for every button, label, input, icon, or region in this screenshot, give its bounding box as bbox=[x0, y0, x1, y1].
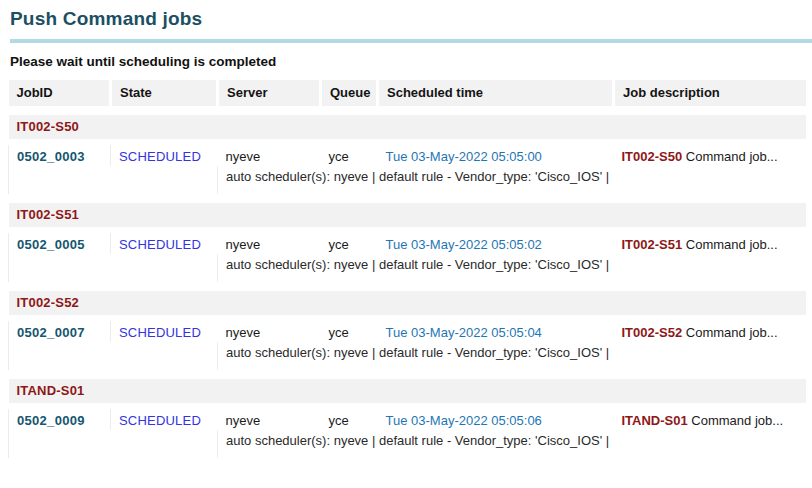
scheduled-time-link[interactable]: Tue 03-May-2022 05:05:04 bbox=[386, 325, 542, 340]
state-link[interactable]: SCHEDULED bbox=[119, 149, 201, 164]
group-name: IT002-S52 bbox=[9, 287, 806, 319]
server-cell: nyeve bbox=[218, 318, 321, 342]
scheduled-time-cell: Tue 03-May-2022 05:05:00 bbox=[378, 142, 614, 166]
jobid-cell: 0502_0009 bbox=[9, 406, 111, 430]
state-cell: SCHEDULED bbox=[111, 230, 218, 254]
jobid-cell: 0502_0007 bbox=[9, 318, 111, 342]
job-description-cell: IT002-S51 Command job... bbox=[614, 230, 806, 254]
scheduler-detail-text: auto scheduler(s): nyeve | default rule … bbox=[226, 257, 609, 272]
state-cell: SCHEDULED bbox=[111, 318, 218, 342]
jobid-link[interactable]: 0502_0005 bbox=[17, 237, 85, 252]
state-link[interactable]: SCHEDULED bbox=[119, 237, 201, 252]
detail-spacer-cell bbox=[9, 342, 218, 375]
scheduler-detail-cell: auto scheduler(s): nyeve | default rule … bbox=[218, 254, 806, 287]
job-description-cell: ITAND-S01 Command job... bbox=[614, 406, 806, 430]
jobs-table: JobIDStateServerQueueScheduled timeJob d… bbox=[8, 80, 806, 458]
detail-spacer-cell bbox=[9, 254, 218, 287]
state-cell: SCHEDULED bbox=[111, 406, 218, 430]
queue-cell: yce bbox=[321, 230, 378, 254]
column-header-scheduled-time: Scheduled time bbox=[378, 80, 614, 111]
job-detail-row: auto scheduler(s): nyeve | default rule … bbox=[9, 166, 806, 199]
detail-spacer-cell bbox=[9, 430, 218, 458]
server-cell: nyeve bbox=[218, 142, 321, 166]
job-description-cell: IT002-S52 Command job... bbox=[614, 318, 806, 342]
server-cell: nyeve bbox=[218, 406, 321, 430]
group-name: ITAND-S01 bbox=[9, 375, 806, 407]
jobs-table-header-row: JobIDStateServerQueueScheduled timeJob d… bbox=[9, 80, 806, 111]
job-description-id: IT002-S52 bbox=[622, 325, 683, 340]
scheduled-time-link[interactable]: Tue 03-May-2022 05:05:06 bbox=[386, 413, 542, 428]
detail-spacer-cell bbox=[9, 166, 218, 199]
queue-cell: yce bbox=[321, 318, 378, 342]
state-link[interactable]: SCHEDULED bbox=[119, 413, 201, 428]
queue-cell: yce bbox=[321, 142, 378, 166]
scheduler-detail-cell: auto scheduler(s): nyeve | default rule … bbox=[218, 342, 806, 375]
scheduler-detail-text: auto scheduler(s): nyeve | default rule … bbox=[226, 433, 609, 448]
scheduled-time-link[interactable]: Tue 03-May-2022 05:05:00 bbox=[386, 149, 542, 164]
state-link[interactable]: SCHEDULED bbox=[119, 325, 201, 340]
jobid-link[interactable]: 0502_0007 bbox=[17, 325, 85, 340]
group-header-row: IT002-S50 bbox=[9, 111, 806, 143]
job-description-id: IT002-S50 bbox=[622, 149, 683, 164]
job-description-text: Command job... bbox=[686, 325, 778, 340]
jobid-cell: 0502_0005 bbox=[9, 230, 111, 254]
jobid-link[interactable]: 0502_0009 bbox=[17, 413, 85, 428]
jobid-cell: 0502_0003 bbox=[9, 142, 111, 166]
column-header-state: State bbox=[111, 80, 218, 111]
job-detail-row: auto scheduler(s): nyeve | default rule … bbox=[9, 430, 806, 458]
title-divider bbox=[10, 39, 812, 43]
column-header-job-description: Job description bbox=[614, 80, 806, 111]
column-header-jobid: JobID bbox=[9, 80, 111, 111]
server-cell: nyeve bbox=[218, 230, 321, 254]
job-row: 0502_0007SCHEDULEDnyeveyceTue 03-May-202… bbox=[9, 318, 806, 342]
scheduled-time-link[interactable]: Tue 03-May-2022 05:05:02 bbox=[386, 237, 542, 252]
job-description-text: Command job... bbox=[686, 237, 778, 252]
group-header-row: IT002-S52 bbox=[9, 287, 806, 319]
column-header-queue: Queue bbox=[321, 80, 378, 111]
job-row: 0502_0005SCHEDULEDnyeveyceTue 03-May-202… bbox=[9, 230, 806, 254]
scheduling-status-message: Please wait until scheduling is complete… bbox=[10, 54, 812, 69]
job-description-text: Command job... bbox=[691, 413, 783, 428]
state-cell: SCHEDULED bbox=[111, 142, 218, 166]
group-name: IT002-S51 bbox=[9, 199, 806, 231]
job-detail-row: auto scheduler(s): nyeve | default rule … bbox=[9, 254, 806, 287]
scheduled-time-cell: Tue 03-May-2022 05:05:04 bbox=[378, 318, 614, 342]
queue-cell: yce bbox=[321, 406, 378, 430]
job-description-cell: IT002-S50 Command job... bbox=[614, 142, 806, 166]
job-detail-row: auto scheduler(s): nyeve | default rule … bbox=[9, 342, 806, 375]
group-header-row: IT002-S51 bbox=[9, 199, 806, 231]
page-title: Push Command jobs bbox=[10, 8, 812, 30]
scheduler-detail-text: auto scheduler(s): nyeve | default rule … bbox=[226, 345, 609, 360]
scheduled-time-cell: Tue 03-May-2022 05:05:02 bbox=[378, 230, 614, 254]
job-row: 0502_0009SCHEDULEDnyeveyceTue 03-May-202… bbox=[9, 406, 806, 430]
column-header-server: Server bbox=[218, 80, 321, 111]
scheduler-detail-text: auto scheduler(s): nyeve | default rule … bbox=[226, 169, 609, 184]
job-description-id: ITAND-S01 bbox=[622, 413, 688, 428]
job-row: 0502_0003SCHEDULEDnyeveyceTue 03-May-202… bbox=[9, 142, 806, 166]
job-description-text: Command job... bbox=[686, 149, 778, 164]
group-name: IT002-S50 bbox=[9, 111, 806, 143]
scheduled-time-cell: Tue 03-May-2022 05:05:06 bbox=[378, 406, 614, 430]
jobs-table-body: IT002-S500502_0003SCHEDULEDnyeveyceTue 0… bbox=[9, 111, 806, 459]
job-description-id: IT002-S51 bbox=[622, 237, 683, 252]
jobid-link[interactable]: 0502_0003 bbox=[17, 149, 85, 164]
group-header-row: ITAND-S01 bbox=[9, 375, 806, 407]
scheduler-detail-cell: auto scheduler(s): nyeve | default rule … bbox=[218, 166, 806, 199]
scheduler-detail-cell: auto scheduler(s): nyeve | default rule … bbox=[218, 430, 806, 458]
